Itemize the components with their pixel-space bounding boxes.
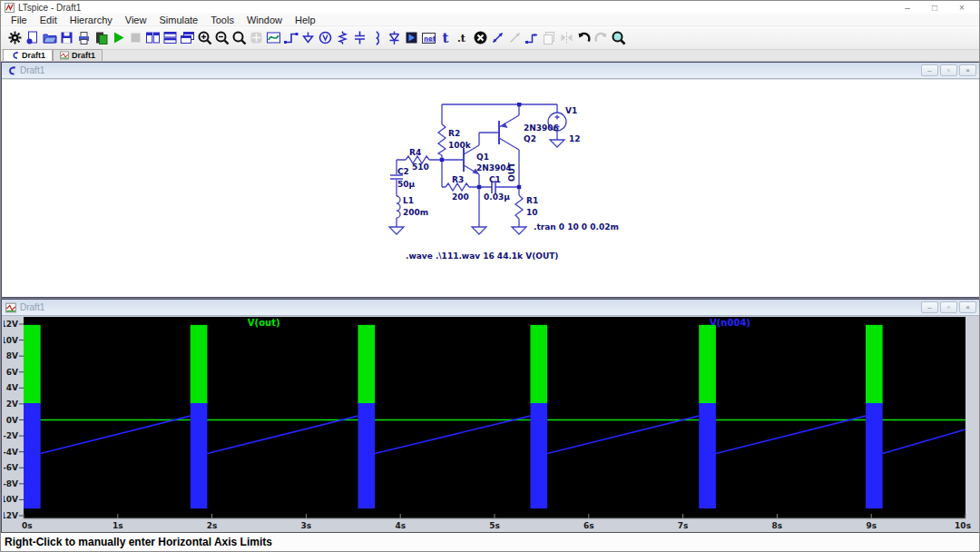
paste-icon[interactable] [93,28,110,48]
y-tick-label: -2V [4,431,18,440]
trace-vout-burst [358,325,375,404]
net-label-icon[interactable] [317,28,334,48]
tran-directive[interactable]: .tran 0 10 0 0.02m [534,222,619,232]
value-c1[interactable]: 0.03µ [484,192,510,202]
wire-icon[interactable] [282,28,299,48]
run-icon[interactable] [110,28,127,48]
open-icon[interactable] [41,28,58,48]
maximize-icon[interactable]: □ [921,2,948,14]
value-c2[interactable]: 50µ [397,180,416,189]
tab-schematic-draft1[interactable]: Draft1 [3,49,53,61]
menu-edit[interactable]: Edit [34,14,64,26]
child-close-icon[interactable]: × [959,64,976,76]
move-icon[interactable] [489,28,506,48]
delete-icon[interactable] [472,28,489,48]
net-label-out[interactable]: OUT [507,162,516,182]
label-q2[interactable]: Q2 [524,134,536,143]
control-panel-icon[interactable] [6,28,24,48]
halt-icon [127,28,144,48]
minimize-icon[interactable]: – [894,2,921,14]
value-l1[interactable]: 200m [403,208,428,217]
label-r2[interactable]: R2 [448,129,460,138]
zoom-fit-icon[interactable] [230,28,248,48]
inductor-icon[interactable] [368,28,386,48]
zoom-in-icon[interactable] [196,28,213,48]
menu-window[interactable]: Window [240,14,289,26]
menu-tools[interactable]: Tools [204,14,240,26]
trace-vout-burst [24,325,41,404]
child-restore-icon[interactable]: ▫ [940,301,957,313]
component-icon[interactable] [403,28,420,48]
tab-waveform-draft1[interactable]: Draft1 [53,49,103,61]
diode-icon[interactable] [386,28,403,48]
schematic-tab-icon [10,51,19,60]
svg-text:.t: .t [457,33,466,44]
text-icon[interactable]: t [437,28,455,48]
trace-vout-burst [191,325,208,404]
schematic-canvas[interactable]: R2 100k R4 510 C2 50µ L1 200m Q1 2N3904 … [2,79,979,297]
child-close-icon[interactable]: × [959,301,976,313]
toolbar: nett.t [1,26,979,50]
child-restore-icon[interactable]: ▫ [940,64,957,76]
value-r1[interactable]: 10 [526,208,538,217]
tile-horizontal-icon[interactable] [162,28,179,48]
y-tick-label: 10V [4,336,18,345]
x-tick-label: 7s [678,521,689,530]
child-minimize-icon[interactable]: – [921,64,938,76]
value-v1[interactable]: 12 [569,134,581,143]
trace-vn004-burst [24,403,41,508]
menu-help[interactable]: Help [289,14,322,26]
plot-area[interactable] [24,317,965,518]
tile-vertical-icon[interactable] [144,28,162,48]
y-tick-label: -4V [4,448,18,457]
menu-hierarchy[interactable]: Hierarchy [64,14,119,26]
value-r2[interactable]: 100k [448,141,472,150]
value-r4[interactable]: 510 [412,163,429,172]
menu-view[interactable]: View [119,14,153,26]
wave-directive[interactable]: .wave .\111.wav 16 44.1k V(OUT) [406,251,558,261]
copy-icon [541,28,558,48]
resistor-r1 [515,195,523,219]
menu-simulate[interactable]: Simulate [152,14,204,26]
tab-label: Draft1 [22,51,45,60]
label-q1[interactable]: Q1 [476,153,489,162]
label-v1[interactable]: V1 [565,106,577,115]
print-icon[interactable] [75,28,93,48]
find-icon[interactable] [610,28,627,48]
y-tick-label: 12V [4,320,18,329]
netlist-icon[interactable]: net [420,28,437,48]
undo-icon[interactable] [575,28,593,48]
child-minimize-icon[interactable]: – [921,301,938,313]
label-r3[interactable]: R3 [452,175,464,184]
trace-vout-burst [530,325,547,404]
spice-directive-icon[interactable]: .t [455,28,472,48]
resistor-icon[interactable] [334,28,351,48]
label-c1[interactable]: C1 [489,175,501,184]
model-q2[interactable]: 2N3906 [524,123,559,133]
waveform-window-titlebar[interactable]: Draft1 – ▫ × [2,300,979,316]
ground-icon[interactable] [299,28,317,48]
menu-file[interactable]: File [5,14,34,26]
ltspice-window: LTspice - Draft1 – □ × File Edit Hierarc… [0,0,980,552]
value-r3[interactable]: 200 [452,192,469,202]
legend-V(out)[interactable]: V(out) [248,318,280,328]
new-schematic-icon[interactable] [24,28,41,48]
save-icon[interactable] [58,28,75,48]
label-r4[interactable]: R4 [409,148,421,157]
stretch-icon[interactable] [524,28,541,48]
zoom-out-icon[interactable] [213,28,230,48]
waveform-icon[interactable] [265,28,282,48]
waveform-plot[interactable]: 12V10V8V6V4V2V0V-2V-4V-6V-8V-10V-12V0s1s… [2,316,979,532]
label-r1[interactable]: R1 [526,196,538,205]
x-tick-label: 9s [866,521,877,530]
trace-vn004-burst [191,403,208,508]
cascade-icon[interactable] [179,28,196,48]
close-icon[interactable]: × [948,2,975,14]
schematic-window-titlebar[interactable]: Draft1 – ▫ × [2,63,979,79]
label-l1[interactable]: L1 [403,196,414,205]
y-tick-label: -6V [4,463,18,472]
label-c2[interactable]: C2 [397,167,409,176]
y-tick-label: -10V [4,495,18,504]
capacitor-icon[interactable] [351,28,368,48]
trace-vn004-burst [866,403,883,508]
